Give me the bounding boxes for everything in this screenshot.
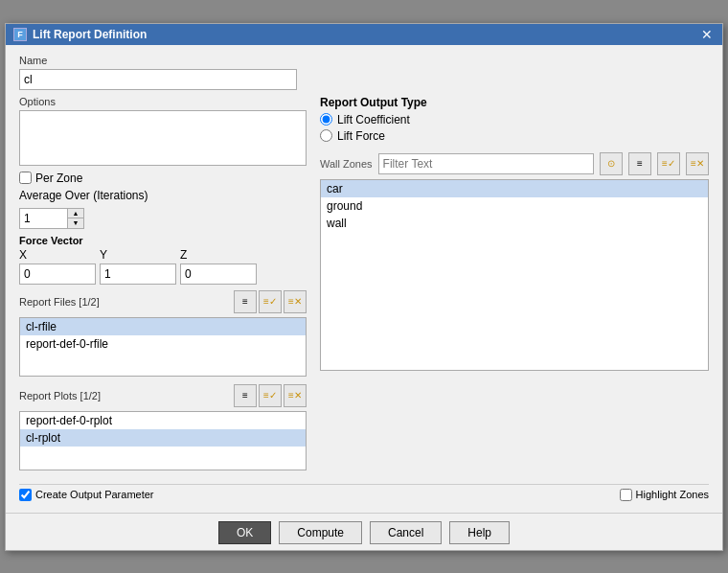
list-item[interactable]: wall [321, 215, 708, 232]
avg-spinner: ▲ ▼ [19, 208, 84, 229]
check-icon: ≡✓ [263, 390, 277, 401]
y-input[interactable] [100, 264, 176, 285]
wall-zones-check-btn[interactable]: ≡✓ [657, 152, 680, 175]
report-files-label: Report Files [1/2] [19, 296, 100, 308]
highlight-zones-checkbox[interactable] [620, 489, 632, 501]
x-input[interactable] [19, 264, 96, 285]
avg-input-row: ▲ ▼ [19, 208, 307, 229]
spinner-down[interactable]: ▼ [68, 218, 83, 228]
list-item[interactable]: car [321, 180, 708, 197]
xyz-inputs-row [19, 264, 307, 285]
z-label-cell: Z [180, 248, 257, 262]
dialog-body: Name Options Per Zone Average Over (Iter… [6, 45, 722, 513]
x-icon: ≡✕ [288, 390, 302, 401]
close-button[interactable]: ✕ [699, 28, 715, 41]
list-icon: ≡ [242, 390, 248, 401]
lift-coefficient-row: Lift Coefficient [320, 113, 709, 126]
report-files-buttons: ≡ ≡✓ ≡✕ [234, 290, 307, 313]
main-columns: Options Per Zone Average Over (Iteration… [19, 96, 709, 478]
report-files-check-btn[interactable]: ≡✓ [259, 290, 282, 313]
list-icon: ≡ [242, 296, 248, 307]
y-label-cell: Y [100, 248, 176, 262]
left-column: Options Per Zone Average Over (Iteration… [19, 96, 307, 478]
report-plots-list: report-def-0-rplot cl-rplot [19, 411, 307, 470]
report-files-header: Report Files [1/2] ≡ ≡✓ ≡✕ [19, 290, 307, 313]
rot-title: Report Output Type [320, 96, 709, 109]
list-item[interactable]: cl-rfile [20, 318, 306, 335]
lift-coefficient-label: Lift Coefficient [337, 113, 410, 126]
name-section: Name [19, 55, 709, 90]
list-item[interactable]: report-def-0-rfile [20, 335, 306, 353]
report-plots-buttons: ≡ ≡✓ ≡✕ [234, 384, 307, 407]
wall-zones-all-btn[interactable]: ⊙ [600, 152, 623, 175]
x-icon: ≡✕ [288, 296, 302, 307]
report-plots-header: Report Plots [1/2] ≡ ≡✓ ≡✕ [19, 384, 307, 407]
report-output-type-section: Report Output Type Lift Coefficient Lift… [320, 96, 709, 143]
avg-value-input[interactable] [20, 209, 68, 228]
spinner-up[interactable]: ▲ [68, 209, 83, 219]
wall-zones-section: Wall Zones ⊙ ≡ ≡✓ ≡✕ [320, 152, 709, 371]
create-output-param-checkbox[interactable] [19, 489, 32, 501]
wall-zones-filter[interactable] [378, 153, 594, 174]
lift-coefficient-radio[interactable] [320, 113, 332, 126]
title-bar: F Lift Report Definition ✕ [6, 24, 722, 45]
help-button[interactable]: Help [449, 521, 510, 544]
per-zone-checkbox[interactable] [19, 172, 32, 184]
button-row: OK Compute Cancel Help [6, 513, 722, 550]
create-output-param-label: Create Output Parameter [19, 489, 154, 501]
wall-zones-list: car ground wall [320, 179, 709, 371]
report-plots-label: Report Plots [1/2] [19, 390, 101, 401]
highlight-zones-label: Highlight Zones [620, 489, 709, 501]
wall-zones-x-btn[interactable]: ≡✕ [686, 152, 709, 175]
xyz-labels-row: X Y Z [19, 248, 307, 262]
name-label: Name [19, 55, 709, 66]
lift-report-definition-dialog: F Lift Report Definition ✕ Name Options [5, 23, 723, 551]
list-icon: ≡ [637, 158, 643, 169]
options-box [19, 110, 307, 166]
x-label-cell: X [19, 248, 96, 262]
x-label: X [19, 248, 27, 262]
right-column: Report Output Type Lift Coefficient Lift… [320, 96, 709, 478]
report-files-list-btn[interactable]: ≡ [234, 290, 257, 313]
create-output-param-text: Create Output Parameter [35, 489, 154, 500]
report-plots-check-btn[interactable]: ≡✓ [259, 384, 282, 407]
z-input[interactable] [180, 264, 257, 285]
avg-row: Average Over (Iterations) [19, 189, 307, 202]
ok-button[interactable]: OK [218, 521, 271, 544]
wall-zones-header-row: Wall Zones ⊙ ≡ ≡✓ ≡✕ [320, 152, 709, 175]
lift-force-row: Lift Force [320, 129, 709, 143]
force-vector-label: Force Vector [19, 235, 307, 246]
lift-force-radio[interactable] [320, 129, 332, 142]
report-files-list: cl-rfile report-def-0-rfile [19, 317, 307, 377]
report-plots-list-btn[interactable]: ≡ [234, 384, 257, 407]
options-label: Options [19, 96, 307, 107]
z-label: Z [180, 248, 187, 262]
compute-button[interactable]: Compute [279, 521, 362, 544]
list-item[interactable]: report-def-0-rplot [20, 412, 306, 429]
bottom-checkboxes: Create Output Parameter Highlight Zones [19, 484, 709, 505]
report-plots-section: Report Plots [1/2] ≡ ≡✓ ≡✕ [19, 384, 307, 470]
report-files-section: Report Files [1/2] ≡ ≡✓ ≡✕ [19, 290, 307, 377]
check-icon: ≡✓ [263, 296, 277, 307]
name-input[interactable] [19, 69, 297, 90]
title-bar-left: F Lift Report Definition [13, 28, 147, 41]
force-vector-section: Force Vector X Y Z [19, 235, 307, 285]
avg-label: Average Over (Iterations) [19, 189, 148, 202]
all-icon: ⊙ [607, 158, 615, 169]
per-zone-label: Per Zone [35, 172, 82, 185]
wall-zones-label: Wall Zones [320, 158, 373, 170]
list-item[interactable]: ground [321, 197, 708, 215]
cancel-button[interactable]: Cancel [370, 521, 442, 544]
wall-zones-list-btn[interactable]: ≡ [628, 152, 651, 175]
y-label: Y [100, 248, 107, 262]
check-icon: ≡✓ [662, 158, 675, 169]
lift-force-label: Lift Force [337, 129, 385, 143]
dialog-icon: F [13, 28, 27, 41]
report-files-x-btn[interactable]: ≡✕ [284, 290, 307, 313]
highlight-zones-text: Highlight Zones [636, 489, 709, 500]
report-plots-x-btn[interactable]: ≡✕ [284, 384, 307, 407]
dialog-title: Lift Report Definition [33, 28, 147, 41]
list-item[interactable]: cl-rplot [20, 429, 306, 447]
x-icon: ≡✕ [691, 158, 704, 169]
per-zone-row: Per Zone [19, 172, 307, 185]
